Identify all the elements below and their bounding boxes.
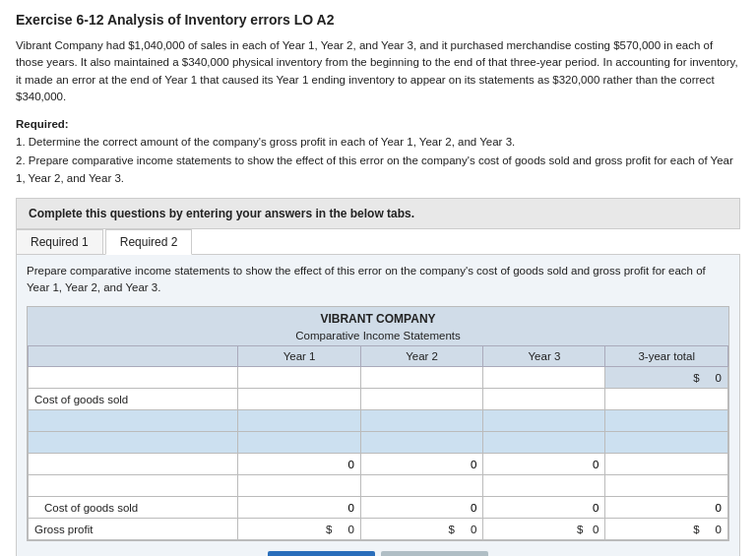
- row-y1-cell[interactable]: [238, 410, 361, 432]
- required1-button[interactable]: Required 1: [268, 551, 375, 556]
- row-y3-cell[interactable]: [483, 432, 605, 454]
- row-y1-input[interactable]: [238, 392, 360, 407]
- row-label: Cost of goods sold: [29, 389, 238, 410]
- table-row: Cost of goods sold: [29, 497, 728, 519]
- col-header-year2: Year 2: [360, 346, 483, 367]
- row-y3-input[interactable]: [483, 478, 604, 494]
- col-header-total: 3-year total: [605, 346, 728, 367]
- row-total-cell[interactable]: [605, 454, 728, 475]
- row-y1-cell[interactable]: [238, 432, 361, 454]
- row-y3-cell[interactable]: [483, 454, 605, 475]
- income-statement-table: VIBRANT COMPANY Comparative Income State…: [27, 306, 729, 541]
- row-y3-cell[interactable]: [483, 367, 605, 389]
- row-y2-cell[interactable]: [360, 410, 483, 432]
- table-row: [29, 432, 728, 454]
- gross-profit-total: $ 0: [605, 519, 728, 540]
- row-y2-cell[interactable]: [360, 367, 483, 389]
- required2-button[interactable]: Required 2: [381, 551, 488, 556]
- row-y2-input[interactable]: [361, 435, 483, 451]
- row-total-input[interactable]: [605, 500, 727, 516]
- row-total-cell[interactable]: [605, 497, 728, 519]
- table-row: Cost of goods sold: [29, 389, 728, 410]
- row-y1-input[interactable]: [238, 500, 360, 516]
- company-name: VIBRANT COMPANY: [28, 307, 728, 328]
- table-row: $ 0: [29, 367, 728, 389]
- gross-profit-label: Gross profit: [29, 519, 238, 540]
- row-y3-input[interactable]: [483, 500, 604, 516]
- row-y3-input[interactable]: [483, 370, 604, 386]
- row-y3-cell[interactable]: [483, 410, 605, 432]
- gross-profit-y1: $ 0: [238, 519, 361, 540]
- row-total-cell[interactable]: [605, 410, 728, 432]
- row-total-input[interactable]: [605, 413, 727, 429]
- row-y2-input[interactable]: [361, 478, 483, 494]
- row-label: [29, 454, 238, 475]
- gross-profit-y3: $ 0: [483, 519, 605, 540]
- row-total-input[interactable]: [605, 478, 727, 494]
- row-y2-input[interactable]: [361, 500, 483, 516]
- table-row: [29, 410, 728, 432]
- row-y1-cell[interactable]: [238, 497, 361, 519]
- row-total-cell[interactable]: [605, 432, 728, 454]
- row-label: [29, 367, 238, 389]
- row-label: [29, 475, 238, 497]
- tab-description: Prepare comparative income statements to…: [27, 263, 729, 297]
- row-total-input[interactable]: [605, 457, 727, 472]
- row-y1-cell[interactable]: [238, 389, 361, 410]
- row-y1-cell[interactable]: [238, 475, 361, 497]
- row-total-cell[interactable]: [605, 389, 728, 410]
- gross-profit-y2: $ 0: [360, 519, 483, 540]
- tabs-container: Required 1 Required 2: [16, 229, 740, 255]
- row-y2-cell[interactable]: [360, 454, 483, 475]
- tab-content: Prepare comparative income statements to…: [16, 255, 740, 556]
- row-y3-input[interactable]: [483, 392, 604, 407]
- row-y3-cell[interactable]: [483, 497, 605, 519]
- row-y1-input[interactable]: [238, 370, 360, 386]
- row-label: [29, 432, 238, 454]
- row-total-cell[interactable]: [605, 475, 728, 497]
- table-row: [29, 454, 728, 475]
- row-total-input[interactable]: [605, 392, 727, 407]
- row-y2-input[interactable]: [361, 413, 483, 429]
- gross-profit-row: Gross profit $ 0 $ 0 $ 0 $ 0: [29, 519, 728, 540]
- row-label: [29, 410, 238, 432]
- row-y3-cell[interactable]: [483, 389, 605, 410]
- row-y1-input[interactable]: [238, 435, 360, 451]
- row-y3-input[interactable]: [483, 435, 604, 451]
- row-y1-input[interactable]: [238, 457, 360, 472]
- bottom-nav: Required 1 Required 2: [27, 551, 729, 556]
- row-y3-cell[interactable]: [483, 475, 605, 497]
- row-total-cell: $ 0: [605, 367, 728, 389]
- col-header-year3: Year 3: [483, 346, 605, 367]
- intro-text: Vibrant Company had $1,040,000 of sales …: [16, 37, 740, 105]
- row-y2-input[interactable]: [361, 457, 483, 472]
- row-y2-cell[interactable]: [360, 432, 483, 454]
- row-y2-cell[interactable]: [360, 389, 483, 410]
- tab-required1[interactable]: Required 1: [16, 229, 103, 254]
- row-y2-cell[interactable]: [360, 475, 483, 497]
- row-y1-cell[interactable]: [238, 367, 361, 389]
- required-section: Required: 1. Determine the correct amoun…: [16, 115, 740, 188]
- row-y2-input[interactable]: [361, 392, 483, 407]
- tab-required2[interactable]: Required 2: [105, 229, 193, 255]
- row-y3-input[interactable]: [483, 457, 604, 472]
- row-y1-cell[interactable]: [238, 454, 361, 475]
- row-y1-input[interactable]: [238, 478, 360, 494]
- table-row: [29, 475, 728, 497]
- instruction-box: Complete this questions by entering your…: [16, 198, 740, 229]
- row-label: Cost of goods sold: [29, 497, 238, 519]
- col-header-label: [29, 346, 238, 367]
- row-y1-input[interactable]: [238, 413, 360, 429]
- row-y2-cell[interactable]: [360, 497, 483, 519]
- company-subtitle: Comparative Income Statements: [28, 328, 728, 345]
- page-title: Exercise 6-12 Analysis of Inventory erro…: [16, 12, 740, 28]
- row-total-input[interactable]: [605, 435, 727, 451]
- col-header-year1: Year 1: [238, 346, 361, 367]
- row-y2-input[interactable]: [361, 370, 483, 386]
- row-y3-input[interactable]: [483, 413, 604, 429]
